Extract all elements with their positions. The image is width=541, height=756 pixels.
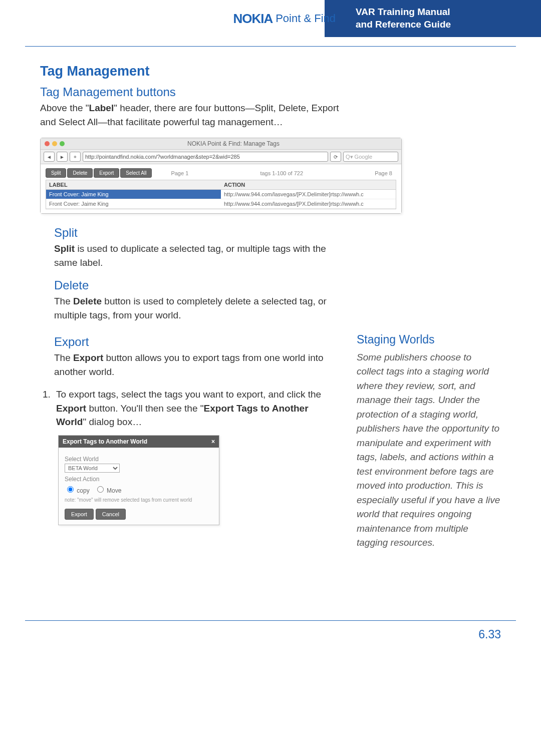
sidebar-callout: Staging Worlds Some publishers choose to… bbox=[357, 331, 501, 550]
zoom-icon[interactable] bbox=[60, 141, 65, 146]
bold-export: Export bbox=[73, 352, 103, 363]
delete-heading: Delete bbox=[54, 278, 345, 292]
forward-button[interactable]: ► bbox=[57, 152, 68, 162]
cell-action: http://www.944.com/lasvegas/[PX.Delimite… bbox=[221, 199, 396, 208]
manage-tags-screenshot: NOKIA Point & Find: Manage Tags ◄ ► + ht… bbox=[40, 138, 402, 214]
cell-label: Front Cover: Jaime King bbox=[46, 199, 221, 208]
text-fragment: The bbox=[54, 296, 73, 306]
export-button[interactable]: Export bbox=[94, 168, 119, 178]
nokia-logo: NOKIA bbox=[233, 11, 273, 27]
radio-move[interactable]: Move bbox=[95, 485, 122, 494]
text-fragment: " dialog box… bbox=[83, 417, 142, 427]
bold-split: Split bbox=[54, 243, 75, 254]
footer-rule bbox=[25, 620, 516, 621]
dialog-export-button[interactable]: Export bbox=[65, 509, 94, 520]
staging-worlds-heading: Staging Worlds bbox=[357, 331, 501, 348]
browser-toolbar: ◄ ► + http://pointandfind.nokia.com/?wor… bbox=[41, 150, 401, 164]
radio-copy[interactable]: copy bbox=[65, 485, 90, 494]
header-left: NOKIA Point & Find bbox=[0, 0, 346, 37]
pager-center: tags 1-100 of 722 bbox=[260, 170, 303, 176]
doc-title-line1: VAR Training Manual bbox=[356, 6, 541, 19]
cell-label: Front Cover: Jaime King bbox=[46, 190, 221, 199]
split-button[interactable]: Split bbox=[46, 168, 66, 178]
pager: Page 1 tags 1-100 of 722 Page 8 bbox=[167, 169, 396, 177]
split-para: Split is used to duplicate a selected ta… bbox=[54, 242, 345, 269]
tag-action-buttons: Split Delete Export Select All bbox=[46, 168, 152, 178]
cell-action: http://www.944.com/lasvegas/[PX.Delimite… bbox=[221, 190, 396, 199]
move-note: note: "move" will remove selected tags f… bbox=[65, 497, 213, 503]
window-title: NOKIA Point & Find: Manage Tags bbox=[70, 140, 397, 147]
pager-right[interactable]: Page 8 bbox=[375, 170, 392, 176]
close-icon[interactable] bbox=[45, 141, 50, 146]
traffic-lights bbox=[45, 141, 65, 146]
doc-title-line2: and Reference Guide bbox=[356, 19, 541, 31]
radio-move-label: Move bbox=[107, 487, 121, 494]
table-row[interactable]: Front Cover: Jaime King http://www.944.c… bbox=[46, 190, 396, 199]
tags-table: LABEL ACTION Front Cover: Jaime King htt… bbox=[46, 180, 396, 209]
radio-copy-label: copy bbox=[77, 487, 89, 494]
export-steps: To export tags, select the tags you want… bbox=[40, 388, 341, 429]
search-field[interactable]: Q▾ Google bbox=[343, 152, 398, 162]
text-fragment: To export tags, select the tags you want… bbox=[56, 389, 321, 400]
select-world-label: Select World bbox=[65, 456, 213, 463]
dialog-cancel-button[interactable]: Cancel bbox=[96, 509, 126, 520]
select-action-label: Select Action bbox=[65, 476, 213, 483]
text-fragment: Above the " bbox=[40, 103, 89, 113]
pager-left[interactable]: Page 1 bbox=[171, 170, 188, 176]
page-number: 6.33 bbox=[0, 628, 541, 671]
doc-title-block: VAR Training Manual and Reference Guide bbox=[346, 0, 541, 37]
bold-delete: Delete bbox=[73, 296, 102, 306]
select-all-button[interactable]: Select All bbox=[120, 168, 152, 178]
tag-mgmt-buttons-heading: Tag Management buttons bbox=[40, 85, 501, 99]
dialog-titlebar: Export Tags to Another World × bbox=[59, 436, 219, 448]
export-heading: Export bbox=[54, 335, 341, 349]
col-label: LABEL bbox=[46, 180, 221, 189]
table-header-row: LABEL ACTION bbox=[46, 180, 396, 190]
bold-export-btn: Export bbox=[56, 403, 86, 414]
minimize-icon[interactable] bbox=[52, 141, 57, 146]
dialog-title: Export Tags to Another World bbox=[63, 438, 147, 445]
export-dialog-screenshot: Export Tags to Another World × Select Wo… bbox=[58, 435, 219, 525]
split-heading: Split bbox=[54, 226, 345, 240]
url-bar[interactable]: http://pointandfind.nokia.com/?worldmana… bbox=[83, 152, 328, 162]
table-row[interactable]: Front Cover: Jaime King http://www.944.c… bbox=[46, 199, 396, 209]
text-fragment: The bbox=[54, 352, 73, 363]
delete-para: The Delete button is used to completely … bbox=[54, 294, 345, 322]
text-fragment: button. You'll then see the " bbox=[86, 403, 203, 414]
col-action: ACTION bbox=[221, 180, 396, 189]
add-tab-button[interactable]: + bbox=[70, 152, 81, 162]
back-button[interactable]: ◄ bbox=[44, 152, 55, 162]
world-select[interactable]: BETA World bbox=[65, 464, 120, 473]
page-header: NOKIA Point & Find VAR Training Manual a… bbox=[0, 0, 541, 37]
tag-mgmt-buttons-para: Above the "Label" header, there are four… bbox=[40, 101, 341, 129]
product-name: Point & Find bbox=[276, 12, 336, 25]
close-icon[interactable]: × bbox=[211, 438, 215, 445]
delete-button[interactable]: Delete bbox=[67, 168, 93, 178]
staging-worlds-text: Some publishers choose to collect tags i… bbox=[357, 350, 501, 550]
text-fragment: is used to duplicate a selected tag, or … bbox=[54, 243, 326, 268]
reload-button[interactable]: ⟳ bbox=[330, 152, 341, 162]
section-heading: Tag Management bbox=[40, 64, 501, 79]
window-titlebar: NOKIA Point & Find: Manage Tags bbox=[41, 138, 401, 150]
export-para: The Export button allows you to export t… bbox=[54, 351, 341, 379]
bold-label: Label bbox=[89, 103, 114, 113]
step-1: To export tags, select the tags you want… bbox=[53, 388, 341, 429]
